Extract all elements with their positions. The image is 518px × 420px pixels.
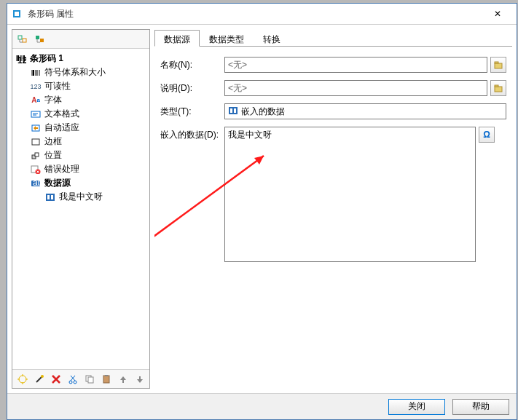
tree-item-label: 字体: [44, 94, 62, 106]
tree-item-symbology[interactable]: 符号体系和大小: [12, 66, 149, 79]
collapse-all-button[interactable]: [33, 32, 47, 47]
name-input[interactable]: [224, 57, 487, 73]
svg-rect-60: [234, 108, 236, 113]
dialog-body: 123 条形码 1 符号体系和大小 123 可读性 Aa 字体: [7, 25, 517, 393]
window-title: 条形码 属性: [28, 8, 483, 20]
symbol-button[interactable]: Ω: [479, 127, 495, 143]
barcode-icon: 123: [15, 53, 27, 65]
left-toolbar: [12, 30, 149, 49]
wizard-button[interactable]: [32, 372, 46, 387]
svg-rect-56: [495, 87, 502, 92]
svg-rect-51: [88, 377, 93, 383]
bottom-toolbar: [12, 369, 149, 388]
barcode-small-icon: [30, 67, 42, 79]
svg-point-46: [69, 381, 72, 384]
tab-bar: 数据源 数据类型 转换: [154, 29, 512, 47]
desc-browse-button[interactable]: [490, 80, 506, 96]
form-area: 名称(N): 说明(D):: [154, 47, 512, 389]
delete-button[interactable]: [49, 372, 63, 387]
tab-transform[interactable]: 转换: [254, 30, 290, 47]
svg-point-37: [19, 376, 26, 383]
tree-item-position[interactable]: 位置: [12, 148, 149, 162]
copy-button[interactable]: [82, 372, 96, 387]
svg-rect-27: [35, 153, 39, 156]
svg-rect-53: [105, 375, 108, 376]
tab-datasource[interactable]: 数据源: [154, 30, 200, 47]
tree-item-autofit[interactable]: 自动适应: [12, 121, 149, 135]
close-dialog-button[interactable]: 关闭: [388, 399, 445, 415]
svg-rect-58: [229, 107, 238, 114]
svg-rect-36: [51, 195, 53, 199]
position-icon: [30, 150, 42, 162]
row-type: 类型(T): 嵌入的数据: [160, 103, 506, 119]
svg-rect-1: [15, 12, 19, 16]
datasource-icon: ab: [30, 178, 42, 189]
svg-rect-57: [495, 85, 498, 87]
svg-rect-2: [18, 36, 22, 39]
tree-item-label: 位置: [44, 149, 62, 162]
name-browse-button[interactable]: [490, 57, 506, 73]
svg-rect-3: [23, 39, 26, 42]
svg-rect-54: [495, 63, 502, 68]
close-button[interactable]: ✕: [483, 4, 512, 24]
svg-rect-59: [230, 108, 232, 113]
autofit-icon: [30, 122, 42, 134]
tree-item-label: 我是中文呀: [59, 191, 103, 203]
error-icon: [30, 164, 42, 175]
type-label: 类型(T):: [160, 103, 224, 118]
svg-text:ab: ab: [33, 179, 41, 188]
row-data: 嵌入的数据(D): Ω: [160, 127, 506, 262]
tree-item-textformat[interactable]: 文本格式: [12, 107, 149, 121]
row-desc: 说明(D):: [160, 80, 506, 96]
embedded-data-icon: [228, 106, 238, 117]
svg-rect-6: [36, 36, 39, 39]
svg-rect-55: [495, 62, 498, 63]
data-label: 嵌入的数据(D):: [160, 127, 224, 141]
paste-button[interactable]: [99, 372, 113, 387]
svg-rect-7: [40, 39, 44, 42]
property-tree[interactable]: 123 条形码 1 符号体系和大小 123 可读性 Aa 字体: [12, 49, 149, 369]
border-icon: [30, 136, 42, 148]
tree-item-datasource[interactable]: ab 数据源: [12, 176, 149, 190]
tree-item-label: 符号体系和大小: [44, 66, 106, 79]
tree-item-label: 边框: [44, 135, 62, 148]
tree-item-label: 数据源: [44, 177, 71, 189]
type-value: 嵌入的数据: [241, 106, 285, 118]
svg-point-47: [74, 381, 76, 384]
svg-rect-52: [103, 376, 109, 383]
name-label: 名称(N):: [160, 57, 224, 71]
tree-item-border[interactable]: 边框: [12, 135, 149, 148]
embedded-data-icon: [44, 191, 56, 203]
titlebar: 条形码 属性 ✕: [7, 4, 517, 25]
font-icon: Aa: [30, 95, 42, 106]
svg-rect-34: [46, 194, 55, 201]
tree-root[interactable]: 123 条形码 1: [12, 52, 149, 66]
expand-all-button[interactable]: [15, 32, 30, 47]
dialog-footer: 关闭 帮助: [7, 393, 517, 419]
svg-point-43: [41, 375, 44, 378]
desc-input[interactable]: [224, 80, 487, 96]
left-panel: 123 条形码 1 符号体系和大小 123 可读性 Aa 字体: [12, 29, 150, 389]
tree-root-label: 条形码 1: [30, 52, 63, 65]
tree-item-font[interactable]: Aa 字体: [12, 93, 149, 107]
move-up-button[interactable]: [116, 372, 130, 387]
cut-button[interactable]: [66, 372, 79, 387]
help-button[interactable]: 帮助: [452, 399, 509, 415]
tab-datatype[interactable]: 数据类型: [200, 30, 254, 47]
tree-item-datasource-child[interactable]: 我是中文呀: [12, 190, 149, 204]
app-icon: [12, 8, 23, 20]
desc-label: 说明(D):: [160, 80, 224, 95]
row-name: 名称(N):: [160, 57, 506, 73]
tree-item-readability[interactable]: 123 可读性: [12, 79, 149, 93]
embedded-data-textarea[interactable]: [224, 127, 476, 262]
tree-item-label: 可读性: [44, 80, 71, 92]
new-button[interactable]: [15, 372, 29, 387]
svg-rect-21: [31, 111, 40, 117]
tree-item-error[interactable]: 错误处理: [12, 162, 149, 176]
right-panel: 数据源 数据类型 转换 名称(N): 说明(D):: [154, 29, 512, 389]
type-display[interactable]: 嵌入的数据: [224, 103, 506, 119]
textformat-icon: [30, 108, 42, 120]
move-down-button[interactable]: [133, 372, 146, 387]
tree-item-label: 自动适应: [44, 122, 79, 134]
tree-item-label: 文本格式: [44, 108, 79, 120]
